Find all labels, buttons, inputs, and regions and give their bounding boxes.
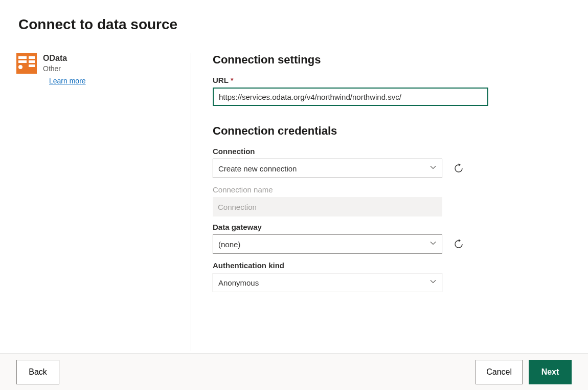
chevron-down-icon (429, 164, 437, 173)
chevron-down-icon (429, 240, 437, 249)
back-button[interactable]: Back (16, 360, 59, 384)
url-label: URL * (213, 76, 588, 84)
connection-label: Connection (213, 147, 588, 156)
connection-name-label: Connection name (213, 185, 588, 194)
authentication-kind-value: Anonymous (218, 278, 259, 287)
connection-credentials-heading: Connection credentials (213, 124, 588, 138)
connection-select[interactable]: Create new connection (213, 159, 442, 178)
connector-sidebar: OData Other Learn more (16, 53, 191, 351)
dialog-footer: Back Cancel Next (0, 353, 588, 390)
url-input[interactable] (213, 88, 488, 106)
connector-name: OData (43, 53, 86, 63)
svg-point-3 (18, 65, 22, 69)
data-gateway-label: Data gateway (213, 223, 588, 231)
authentication-kind-label: Authentication kind (213, 261, 588, 270)
connector-category: Other (43, 63, 86, 74)
odata-icon (16, 53, 37, 74)
svg-rect-1 (18, 56, 27, 59)
gateway-refresh-button[interactable] (453, 238, 465, 250)
cancel-button[interactable]: Cancel (476, 360, 523, 384)
svg-rect-5 (29, 60, 35, 63)
refresh-icon (454, 239, 464, 249)
connection-settings-heading: Connection settings (213, 53, 588, 67)
authentication-kind-select[interactable]: Anonymous (213, 273, 442, 292)
svg-rect-2 (18, 60, 27, 63)
connection-refresh-button[interactable] (453, 162, 465, 175)
learn-more-link[interactable]: Learn more (49, 77, 86, 85)
connection-name-input: Connection (213, 197, 442, 216)
refresh-icon (454, 163, 464, 174)
connection-select-value: Create new connection (218, 164, 297, 173)
data-gateway-value: (none) (218, 240, 240, 249)
next-button[interactable]: Next (529, 360, 572, 384)
svg-rect-6 (29, 64, 35, 67)
data-gateway-select[interactable]: (none) (213, 234, 442, 254)
svg-rect-4 (29, 56, 35, 59)
page-title: Connect to data source (0, 0, 588, 33)
chevron-down-icon (429, 278, 437, 287)
